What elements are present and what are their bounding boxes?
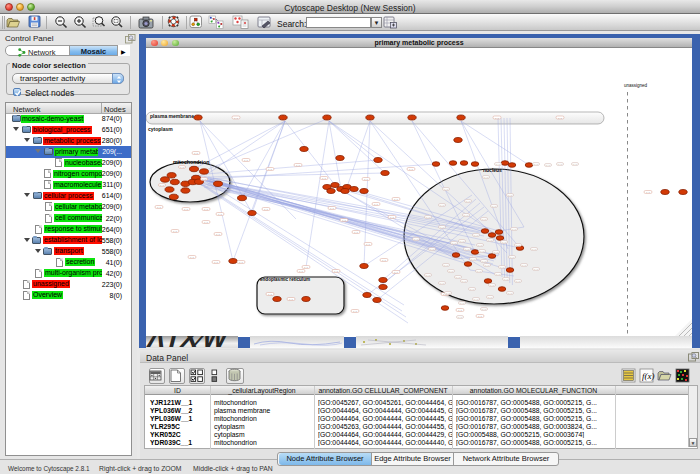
svg-text:[...]: [...]: [390, 216, 394, 219]
svg-text:[...]: [...]: [480, 250, 484, 253]
svg-text:[...]: [...]: [478, 244, 482, 247]
svg-text:[...]: [...]: [330, 207, 334, 210]
svg-text:[...]: [...]: [264, 208, 268, 211]
svg-text:[...]: [...]: [646, 191, 650, 194]
svg-text:[...]: [...]: [216, 233, 220, 236]
svg-text:[...]: [...]: [460, 240, 464, 243]
svg-text:[...]: [...]: [508, 194, 512, 197]
svg-text:[...]: [...]: [322, 177, 326, 180]
svg-text:[...]: [...]: [477, 270, 481, 273]
svg-text:[...]: [...]: [394, 198, 398, 201]
svg-text:[...]: [...]: [239, 261, 243, 264]
svg-text:[...]: [...]: [184, 208, 188, 211]
svg-text:[...]: [...]: [374, 203, 378, 206]
svg-text:[...]: [...]: [202, 178, 206, 181]
svg-text:[...]: [...]: [492, 205, 496, 208]
svg-text:[...]: [...]: [414, 238, 418, 241]
svg-text:[...]: [...]: [502, 241, 506, 244]
svg-text:[...]: [...]: [394, 271, 398, 274]
svg-text:[...]: [...]: [504, 278, 508, 281]
svg-text:[...]: [...]: [194, 152, 198, 155]
svg-text:[...]: [...]: [440, 226, 444, 229]
svg-text:[...]: [...]: [478, 315, 482, 318]
svg-text:[...]: [...]: [494, 251, 498, 254]
svg-text:[...]: [...]: [366, 243, 370, 246]
svg-text:[...]: [...]: [534, 163, 538, 166]
svg-text:[...]: [...]: [157, 206, 161, 209]
svg-text:[...]: [...]: [484, 176, 488, 179]
svg-text:[...]: [...]: [268, 168, 272, 171]
svg-text:[...]: [...]: [244, 159, 248, 162]
svg-text:[...]: [...]: [218, 213, 222, 216]
svg-text:[...]: [...]: [465, 248, 469, 251]
svg-text:[...]: [...]: [296, 164, 300, 167]
svg-text:[...]: [...]: [204, 208, 208, 211]
svg-text:[...]: [...]: [364, 178, 368, 181]
svg-text:[...]: [...]: [573, 163, 577, 166]
svg-text:[...]: [...]: [460, 302, 464, 305]
svg-text:[...]: [...]: [558, 163, 562, 166]
svg-text:[...]: [...]: [190, 256, 194, 259]
svg-text:[...]: [...]: [490, 284, 494, 287]
svg-text:[...]: [...]: [482, 308, 486, 311]
svg-text:[...]: [...]: [474, 298, 478, 301]
svg-text:[...]: [...]: [214, 261, 218, 264]
svg-text:plasma membrane: plasma membrane: [150, 113, 194, 119]
svg-text:[...]: [...]: [440, 204, 444, 207]
svg-text:[...]: [...]: [289, 298, 293, 301]
svg-text:[...]: [...]: [452, 242, 456, 245]
svg-text:[...]: [...]: [474, 234, 478, 237]
svg-text:[...]: [...]: [430, 248, 434, 251]
svg-text:[...]: [...]: [268, 293, 272, 296]
svg-text:[...]: [...]: [508, 292, 512, 295]
svg-text:[...]: [...]: [444, 264, 448, 267]
svg-text:[...]: [...]: [482, 260, 486, 263]
svg-text:[...]: [...]: [558, 117, 562, 120]
svg-text:[...]: [...]: [532, 248, 536, 251]
svg-text:[...]: [...]: [353, 310, 357, 313]
svg-text:[...]: [...]: [495, 117, 499, 120]
svg-text:[...]: [...]: [466, 200, 470, 203]
svg-text:[...]: [...]: [500, 266, 504, 269]
svg-text:[...]: [...]: [488, 296, 492, 299]
svg-text:[...]: [...]: [449, 270, 453, 273]
svg-text:[...]: [...]: [173, 230, 177, 233]
svg-text:[...]: [...]: [444, 188, 448, 191]
svg-text:[...]: [...]: [334, 270, 338, 273]
svg-text:[...]: [...]: [516, 244, 520, 247]
svg-text:[...]: [...]: [426, 216, 430, 219]
svg-text:f(x): f(x): [642, 371, 655, 381]
svg-text:[...]: [...]: [516, 280, 520, 283]
svg-text:[...]: [...]: [496, 273, 500, 276]
svg-text:endoplasmic reticulum: endoplasmic reticulum: [260, 277, 310, 282]
svg-text:[...]: [...]: [204, 221, 208, 224]
svg-text:[...]: [...]: [160, 184, 164, 187]
svg-text:nucleus: nucleus: [483, 167, 502, 173]
svg-text:[...]: [...]: [446, 292, 450, 295]
svg-text:[...]: [...]: [354, 231, 358, 234]
svg-text:[...]: [...]: [458, 316, 462, 319]
svg-text:[...]: [...]: [342, 219, 346, 222]
svg-text:[...]: [...]: [464, 214, 468, 217]
svg-text:[...]: [...]: [488, 239, 492, 242]
svg-text:[...]: [...]: [522, 264, 526, 267]
svg-text:[...]: [...]: [510, 256, 514, 259]
svg-text:cytoplasm: cytoplasm: [148, 126, 173, 132]
svg-text:[...]: [...]: [512, 228, 516, 231]
svg-text:[...]: [...]: [426, 274, 430, 277]
svg-text:[...]: [...]: [440, 282, 444, 285]
svg-text:[...]: [...]: [470, 288, 474, 291]
svg-text:[...]: [...]: [546, 164, 550, 167]
svg-text:[...]: [...]: [485, 264, 489, 267]
svg-text:[...]: [...]: [409, 168, 413, 171]
svg-text:[...]: [...]: [234, 117, 238, 120]
svg-text:[...]: [...]: [304, 266, 308, 269]
svg-text:[...]: [...]: [458, 309, 462, 312]
svg-text:[...]: [...]: [471, 258, 475, 261]
svg-text:[...]: [...]: [299, 270, 303, 273]
svg-text:[...]: [...]: [482, 218, 486, 221]
svg-text:[...]: [...]: [180, 166, 184, 169]
svg-text:[...]: [...]: [456, 276, 460, 279]
svg-text:unassigned: unassigned: [624, 83, 648, 88]
svg-text:[...]: [...]: [534, 268, 538, 271]
